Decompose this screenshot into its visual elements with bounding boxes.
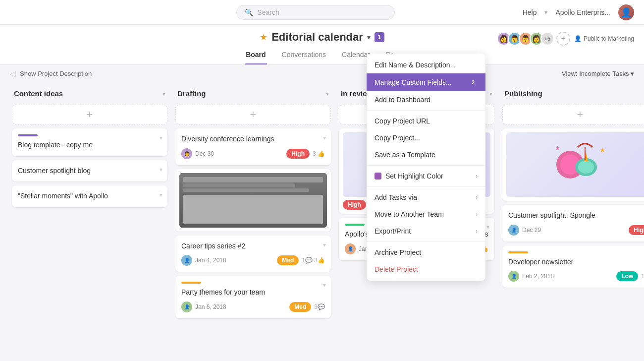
card-title-stellar: "Stellar moments" with Apollo [18, 192, 108, 200]
card-avatar: 👤 [345, 243, 356, 254]
card-date: Feb 2, 2018 [522, 273, 554, 280]
help-button[interactable]: Help [523, 8, 537, 16]
chevron-right-icon: › [476, 228, 478, 235]
priority-tag: Med [289, 302, 311, 312]
menu-item-move-team[interactable]: Move to Another Team › [367, 206, 485, 223]
menu-label-highlight: Set Highlight Color [385, 172, 443, 180]
card-unicorn[interactable]: ★ ★ [502, 128, 644, 201]
card-title-career: Career tips series #2 [181, 242, 245, 250]
column-drafting: Drafting ▾ + Diversity conference learni… [171, 82, 335, 353]
title-chevron[interactable]: ▾ [367, 33, 371, 41]
card-color-bar [508, 251, 528, 253]
card-comments: 3💬 [314, 303, 325, 310]
search-placeholder: Search [257, 8, 279, 16]
card-avatar: 👤 [508, 271, 519, 282]
card-newsletter[interactable]: Developer newsletter ▾ 👤 Feb 2, 2018 Low… [502, 245, 644, 288]
card-meta: 👤 Dec 29 High [508, 225, 644, 236]
menu-item-save-template[interactable]: Save as a Template [367, 146, 485, 163]
card-diversity[interactable]: Diversity conference learnings ▾ 👩 Dec 3… [175, 128, 331, 165]
color-swatch [375, 173, 381, 180]
chevron-right-icon: › [476, 211, 478, 218]
chevron-right-icon: › [476, 194, 478, 201]
menu-label-export: Export/Print [375, 227, 411, 235]
public-icon: 👤 [574, 35, 582, 42]
top-navigation: 🔍 Search Help ▾ Apollo Enterpris... 👤 [0, 0, 644, 25]
view-filter-button[interactable]: View: Incomplete Tasks ▾ [562, 70, 634, 77]
card-meta: 👤 Jan 4, 2018 Med 1💬 3👍 [181, 255, 325, 266]
card-blog-template[interactable]: Blog template - copy me ▾ [12, 128, 167, 156]
card-color-bar [18, 134, 38, 136]
card-chevron: ▾ [160, 166, 162, 173]
search-bar[interactable]: 🔍 Search [236, 5, 395, 20]
sidebar-toggle-icon[interactable]: ◁ [10, 69, 16, 78]
card-title-party: Party themes for your team [181, 288, 265, 296]
menu-item-manage-fields[interactable]: Manage Custom Fields... 2 [367, 73, 485, 91]
card-color-bar [181, 282, 201, 284]
menu-divider-3 [367, 186, 485, 187]
add-member-button[interactable]: + [556, 32, 570, 46]
plus-badge: +5 [540, 32, 554, 46]
column-title-content-ideas: Content ideas [14, 89, 63, 98]
card-chevron: ▾ [323, 241, 326, 248]
star-icon: ★ [260, 32, 268, 43]
card-avatar: 👤 [181, 255, 192, 266]
search-icon: 🔍 [245, 8, 253, 16]
team-avatars: 👩 👨 👨 👩 +5 + [497, 32, 570, 46]
menu-item-archive[interactable]: Archive Project [367, 244, 485, 261]
menu-item-add-dashboard[interactable]: Add to Dashboard [367, 91, 485, 108]
menu-item-edit-name[interactable]: Edit Name & Description... [367, 57, 485, 73]
card-chevron: ▾ [486, 224, 489, 231]
menu-item-export[interactable]: Export/Print › [367, 223, 485, 240]
card-customer-spotlight[interactable]: Customer spotlight blog ▾ [12, 160, 167, 182]
add-task-content-ideas[interactable]: + [12, 105, 167, 124]
menu-label-add-tasks: Add Tasks via [375, 193, 417, 201]
add-task-publishing[interactable]: + [502, 105, 644, 124]
column-title-publishing: Publishing [504, 89, 542, 98]
card-chevron: ▾ [323, 282, 326, 289]
menu-item-delete[interactable]: Delete Project [367, 261, 485, 278]
menu-label-save-template: Save as a Template [375, 151, 435, 159]
menu-label-move-team: Move to Another Team [375, 210, 444, 218]
card-party[interactable]: Party themes for your team ▾ 👤 Jan 6, 20… [175, 276, 331, 318]
menu-label-copy-project: Copy Project... [375, 134, 420, 142]
menu-item-copy-url[interactable]: Copy Project URL [367, 113, 485, 129]
card-avatar: 👤 [508, 225, 519, 236]
card-reactions: 1💬 3👍 [302, 257, 325, 264]
menu-item-add-tasks[interactable]: Add Tasks via › [367, 189, 485, 206]
card-stellar[interactable]: "Stellar moments" with Apollo ▾ [12, 185, 167, 207]
menu-divider-2 [367, 165, 485, 166]
card-avatar: 👤 [181, 301, 192, 312]
menu-item-highlight-color[interactable]: Set Highlight Color › [367, 168, 485, 184]
user-avatar-icon: 👤 [621, 7, 632, 18]
column-header-publishing: Publishing ▾ [502, 86, 644, 101]
column-header-drafting: Drafting ▾ [175, 86, 331, 101]
column-chevron-content-ideas[interactable]: ▾ [162, 90, 165, 97]
column-chevron-in-review[interactable]: ▾ [489, 90, 492, 97]
card-career[interactable]: Career tips series #2 ▾ 👤 Jan 4, 2018 Me… [175, 236, 331, 272]
card-avatar: 👩 [181, 148, 192, 159]
card-spongle[interactable]: Customer spotlight: Spongle ▾ 👤 Dec 29 H… [502, 205, 644, 241]
project-title: Editorial calendar [271, 31, 363, 44]
card-comments: 1💬 [641, 273, 644, 280]
enterprise-button[interactable]: Apollo Enterpris... [555, 8, 610, 16]
card-meta: 👤 Feb 2, 2018 Low 1💬 [508, 271, 644, 282]
card-date: Dec 30 [195, 150, 214, 157]
help-chevron: ▾ [544, 9, 547, 16]
menu-label-copy-url: Copy Project URL [375, 117, 430, 125]
board: Content ideas ▾ + Blog template - copy m… [0, 82, 644, 353]
tab-board[interactable]: Board [245, 48, 267, 64]
card-chevron: ▾ [160, 191, 162, 198]
priority-tag: High [286, 149, 310, 159]
card-screenshot[interactable] [175, 169, 331, 232]
tab-conversations[interactable]: Conversations [281, 48, 327, 64]
dropdown-menu: Edit Name & Description... Manage Custom… [367, 54, 485, 281]
badge-1: 1 [375, 32, 384, 42]
column-publishing: Publishing ▾ + ★ ★ Custom [498, 82, 644, 353]
add-task-drafting[interactable]: + [175, 105, 331, 124]
project-header-right: 👩 👨 👨 👩 +5 + 👤 Public to Marketing [497, 32, 634, 46]
show-description-link[interactable]: Show Project Description [20, 70, 92, 77]
user-avatar[interactable]: 👤 [618, 4, 634, 20]
menu-item-copy-project[interactable]: Copy Project... [367, 129, 485, 146]
public-label: Public to Marketing [584, 35, 634, 42]
column-chevron-drafting[interactable]: ▾ [326, 90, 329, 97]
